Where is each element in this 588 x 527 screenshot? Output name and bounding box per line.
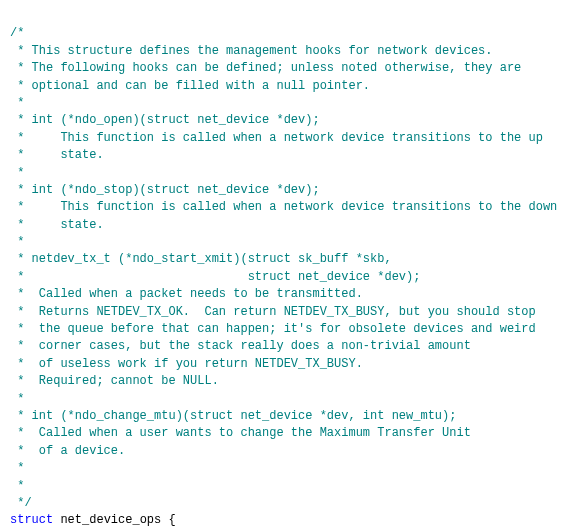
comment-line: * of a device.: [10, 444, 125, 458]
comment-line: *: [10, 479, 24, 493]
comment-open: /*: [10, 26, 24, 40]
comment-line: * the queue before that can happen; it's…: [10, 322, 536, 336]
comment-line: * state.: [10, 218, 104, 232]
comment-line: *: [10, 235, 24, 249]
comment-line: * of useless work if you return NETDEV_T…: [10, 357, 363, 371]
comment-line: * optional and can be filled with a null…: [10, 79, 370, 93]
comment-line: *: [10, 461, 24, 475]
comment-line: * Called when a packet needs to be trans…: [10, 287, 363, 301]
code-block: /* * This structure defines the manageme…: [10, 8, 578, 527]
struct-decl: net_device_ops {: [53, 513, 175, 527]
comment-line: * state.: [10, 148, 104, 162]
comment-line: * The following hooks can be defined; un…: [10, 61, 521, 75]
comment-line: * This function is called when a network…: [10, 131, 543, 145]
comment-line: * int (*ndo_open)(struct net_device *dev…: [10, 113, 320, 127]
keyword-struct: struct: [10, 513, 53, 527]
comment-line: * Required; cannot be NULL.: [10, 374, 219, 388]
comment-line: * This function is called when a network…: [10, 200, 557, 214]
comment-line: * Returns NETDEV_TX_OK. Can return NETDE…: [10, 305, 536, 319]
comment-line: * int (*ndo_stop)(struct net_device *dev…: [10, 183, 320, 197]
comment-line: *: [10, 166, 24, 180]
comment-line: * Called when a user wants to change the…: [10, 426, 471, 440]
comment-line: * netdev_tx_t (*ndo_start_xmit)(struct s…: [10, 252, 392, 266]
comment-line: * int (*ndo_change_mtu)(struct net_devic…: [10, 409, 456, 423]
comment-line: * corner cases, but the stack really doe…: [10, 339, 471, 353]
comment-line: * This structure defines the management …: [10, 44, 492, 58]
comment-line: *: [10, 392, 24, 406]
comment-close: */: [10, 496, 32, 510]
comment-line: *: [10, 96, 24, 110]
comment-line: * struct net_device *dev);: [10, 270, 420, 284]
